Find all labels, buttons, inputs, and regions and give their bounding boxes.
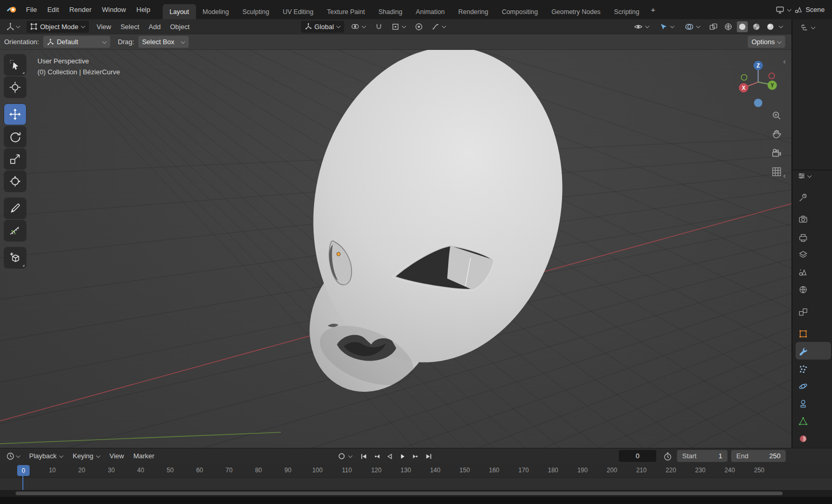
play-reverse-button[interactable] xyxy=(383,450,396,462)
mode-selector[interactable]: Object Mode xyxy=(27,21,89,33)
workspace-tab[interactable]: Modeling xyxy=(196,4,236,19)
xray-toggle[interactable] xyxy=(707,21,720,33)
tool-scale[interactable] xyxy=(4,149,26,169)
workspace-tab[interactable]: Animation xyxy=(409,4,452,19)
workspace-tab[interactable]: Shading xyxy=(372,4,409,19)
screen-layout-icon[interactable] xyxy=(776,6,784,14)
end-frame-field[interactable]: End 250 xyxy=(731,450,786,462)
chevron-down-icon[interactable] xyxy=(779,24,783,29)
add-workspace-button[interactable]: + xyxy=(646,0,660,19)
tab-view-layer-icon[interactable] xyxy=(797,248,809,261)
tab-particles-icon[interactable] xyxy=(797,363,809,375)
workspace-tab[interactable]: Sculpting xyxy=(236,4,276,19)
tab-scene-icon[interactable] xyxy=(797,266,809,278)
tool-cursor-3d[interactable] xyxy=(4,77,26,98)
tab-output-icon[interactable] xyxy=(797,231,809,244)
tool-select-box[interactable] xyxy=(4,55,26,75)
topbar-menu-item[interactable]: Help xyxy=(131,3,155,16)
options-dropdown[interactable]: Options xyxy=(748,36,785,48)
tab-material-icon[interactable] xyxy=(797,432,809,445)
tool-move[interactable] xyxy=(4,104,26,125)
object-visibility-selector[interactable] xyxy=(630,21,653,33)
shading-material-button[interactable] xyxy=(751,21,762,32)
jump-to-start-button[interactable] xyxy=(357,450,370,462)
viewport-menu-item[interactable]: Object xyxy=(165,20,194,33)
blender-logo-icon[interactable] xyxy=(6,6,18,14)
mask-object[interactable] xyxy=(285,50,591,413)
overlays-selector[interactable] xyxy=(681,21,704,33)
editor-type-button[interactable] xyxy=(4,21,22,33)
workspace-tab[interactable]: Texture Paint xyxy=(320,4,372,19)
auto-keying-toggle[interactable] xyxy=(335,450,348,462)
start-frame-field[interactable]: Start 1 xyxy=(677,450,727,462)
jump-to-end-button[interactable] xyxy=(422,450,435,462)
timeline-menu-item[interactable]: Playback xyxy=(24,449,68,462)
3d-viewport[interactable]: User Perspective (0) Collection | Bézier… xyxy=(0,50,791,448)
navigation-gizmo[interactable]: Z X Y xyxy=(735,58,781,110)
tab-tool-icon[interactable] xyxy=(797,191,809,204)
next-keyframe-button[interactable] xyxy=(409,450,422,462)
timeline-menu-item[interactable]: View xyxy=(105,449,129,462)
snap-toggle[interactable] xyxy=(373,21,385,33)
sidebar-toggle-arrow[interactable]: ‹ xyxy=(783,57,786,65)
tool-add-cube[interactable] xyxy=(4,247,26,268)
camera-view-button[interactable] xyxy=(770,147,783,159)
region-toggle-arrow[interactable]: ‹ xyxy=(783,171,786,179)
axis-neg-y-ball[interactable] xyxy=(742,75,747,81)
axis-neg-x-ball[interactable] xyxy=(769,73,775,79)
timeline-menu-item[interactable]: Keying xyxy=(68,449,105,462)
timeline-track-area[interactable] xyxy=(0,478,832,490)
workspace-tab[interactable]: UV Editing xyxy=(276,4,320,19)
viewport-menu-item[interactable]: View xyxy=(92,20,116,33)
topbar-menu-item[interactable]: Render xyxy=(64,3,97,16)
snap-target-selector[interactable] xyxy=(388,21,410,33)
orientation-dropdown[interactable]: Default xyxy=(43,36,110,48)
workspace-tab[interactable]: Geometry Nodes xyxy=(544,4,607,19)
topbar-menu-item[interactable]: File xyxy=(21,3,42,16)
topbar-menu-item[interactable]: Window xyxy=(97,3,131,16)
tool-rotate[interactable] xyxy=(4,126,26,147)
shading-solid-button[interactable] xyxy=(737,21,748,32)
transform-orientation-selector[interactable]: Global xyxy=(301,21,345,33)
tab-world-icon[interactable] xyxy=(797,283,809,296)
proportional-editing-toggle[interactable] xyxy=(413,21,425,33)
zoom-button[interactable] xyxy=(770,109,783,122)
timeline-editor-type-button[interactable] xyxy=(4,450,22,462)
horizontal-scrollbar[interactable] xyxy=(16,492,783,495)
workspace-tab[interactable]: Compositing xyxy=(495,4,544,19)
workspace-tab[interactable]: Rendering xyxy=(451,4,495,19)
tab-render-icon[interactable] xyxy=(797,213,809,226)
ortho-grid-button[interactable] xyxy=(770,165,783,178)
tab-object-data-icon[interactable] xyxy=(797,415,809,427)
shading-rendered-button[interactable] xyxy=(765,21,776,32)
pan-hand-button[interactable] xyxy=(770,128,783,140)
properties-header[interactable] xyxy=(798,172,812,180)
pivot-point-selector[interactable] xyxy=(347,21,370,33)
workspace-tab[interactable]: Layout xyxy=(163,4,196,19)
workspace-tab[interactable]: Scripting xyxy=(607,4,646,19)
tool-annotate[interactable] xyxy=(4,198,26,219)
axis-neg-z-ball[interactable] xyxy=(754,99,762,107)
chevron-down-icon[interactable] xyxy=(787,8,791,12)
scene-name[interactable]: Scene xyxy=(805,6,825,14)
viewport-menu-item[interactable]: Add xyxy=(144,20,165,33)
viewport-menu-item[interactable]: Select xyxy=(116,20,144,33)
timeline-ruler[interactable]: 0102030405060708090100110120130140150160… xyxy=(0,463,832,478)
tab-physics-icon[interactable] xyxy=(797,380,809,392)
proportional-falloff-selector[interactable] xyxy=(428,21,450,33)
drag-dropdown[interactable]: Select Box xyxy=(138,36,189,48)
current-frame-indicator[interactable]: 0 xyxy=(17,465,30,476)
frame-number-field[interactable]: 0 xyxy=(619,450,656,462)
timeline-menu-item[interactable]: Marker xyxy=(128,449,159,462)
tab-modifiers-icon[interactable] xyxy=(797,345,809,357)
stopwatch-icon[interactable] xyxy=(664,452,672,461)
chevron-down-icon[interactable] xyxy=(348,454,353,458)
tool-transform[interactable] xyxy=(4,171,26,192)
topbar-menu-item[interactable]: Edit xyxy=(42,3,64,16)
outliner-header[interactable] xyxy=(801,24,815,31)
playhead-line[interactable] xyxy=(22,476,23,490)
play-button[interactable] xyxy=(396,450,409,462)
tool-measure[interactable] xyxy=(4,220,26,241)
tab-constraints-icon[interactable] xyxy=(797,397,809,410)
tab-collections-icon[interactable] xyxy=(797,306,809,318)
